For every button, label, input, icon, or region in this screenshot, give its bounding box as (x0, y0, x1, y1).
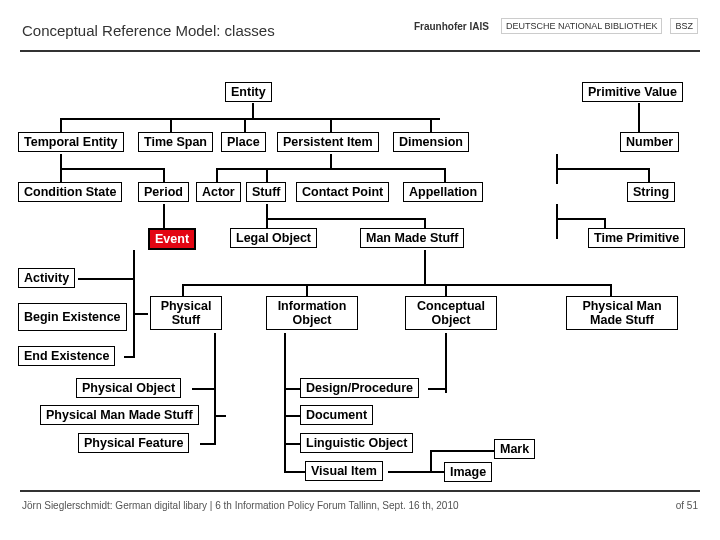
node-physical-stuff: Physical Stuff (150, 296, 222, 330)
node-design-procedure: Design/Procedure (300, 378, 419, 398)
node-appellation: Appellation (403, 182, 483, 202)
node-legal-object: Legal Object (230, 228, 317, 248)
footer-left: Jörn Sieglerschmidt: German digital liba… (22, 500, 459, 511)
divider-bottom (20, 490, 700, 492)
node-physical-man-made-stuff-right: Physical Man Made Stuff (566, 296, 678, 330)
node-mark: Mark (494, 439, 535, 459)
node-primitive-value: Primitive Value (582, 82, 683, 102)
node-physical-object: Physical Object (76, 378, 181, 398)
dnb-logo: DEUTSCHE NATIONAL BIBLIOTHEK (501, 18, 663, 34)
page-title: Conceptual Reference Model: classes (22, 22, 275, 39)
node-entity: Entity (225, 82, 272, 102)
divider-top (20, 50, 700, 52)
node-time-primitive: Time Primitive (588, 228, 685, 248)
footer: Jörn Sieglerschmidt: German digital liba… (22, 500, 698, 511)
node-begin-existence: Begin Existence (18, 303, 127, 331)
bsz-logo: BSZ (670, 18, 698, 34)
node-image: Image (444, 462, 492, 482)
fraunhofer-logo: Fraunhofer IAIS (410, 19, 493, 34)
node-dimension: Dimension (393, 132, 469, 152)
node-visual-item: Visual Item (305, 461, 383, 481)
node-physical-man-made-stuff-left: Physical Man Made Stuff (40, 405, 199, 425)
node-actor: Actor (196, 182, 241, 202)
node-number: Number (620, 132, 679, 152)
node-time-span: Time Span (138, 132, 213, 152)
node-document: Document (300, 405, 373, 425)
node-persistent-item: Persistent Item (277, 132, 379, 152)
node-conceptual-object: Conceptual Object (405, 296, 497, 330)
node-condition-state: Condition State (18, 182, 122, 202)
node-place: Place (221, 132, 266, 152)
logo-bar: Fraunhofer IAIS DEUTSCHE NATIONAL BIBLIO… (410, 18, 698, 34)
node-information-object: Information Object (266, 296, 358, 330)
node-activity: Activity (18, 268, 75, 288)
node-event: Event (148, 228, 196, 250)
node-man-made-stuff: Man Made Stuff (360, 228, 464, 248)
node-period: Period (138, 182, 189, 202)
footer-right: of 51 (676, 500, 698, 511)
node-contact-point: Contact Point (296, 182, 389, 202)
node-temporal-entity: Temporal Entity (18, 132, 124, 152)
node-physical-feature: Physical Feature (78, 433, 189, 453)
node-linguistic-object: Linguistic Object (300, 433, 413, 453)
node-end-existence: End Existence (18, 346, 115, 366)
node-string: String (627, 182, 675, 202)
node-stuff: Stuff (246, 182, 286, 202)
